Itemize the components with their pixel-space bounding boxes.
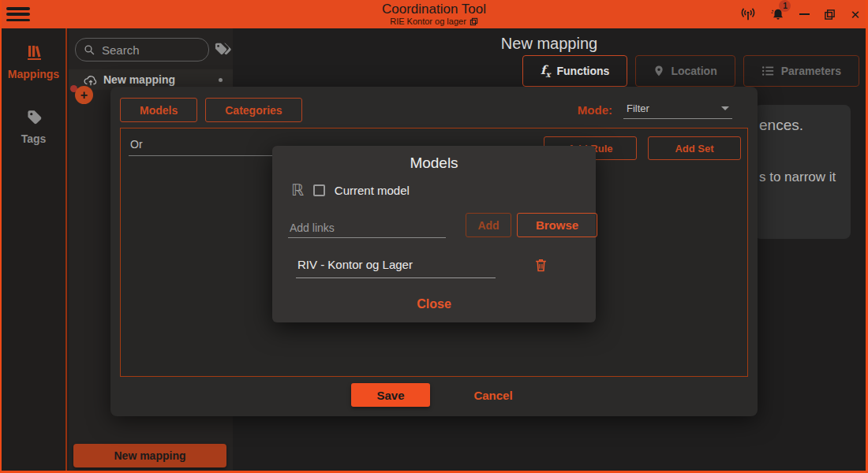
sidebar-item-label: Tags [21, 132, 47, 145]
broadcast-icon[interactable] [739, 6, 757, 23]
filter-dialog-header: Models Categories [120, 98, 302, 122]
linked-model-name: RIV - Kontor og Lager [296, 258, 496, 278]
chevron-down-icon [721, 106, 729, 110]
sidebar-item-label: Mappings [8, 68, 59, 80]
revit-icon: ℝ [291, 182, 304, 198]
search-box[interactable] [75, 38, 209, 61]
tab-parameters[interactable]: Parameters [743, 55, 859, 87]
mode-value: Filter [627, 102, 649, 114]
tab-location[interactable]: Location [635, 55, 735, 87]
notifications-bell-icon[interactable]: 1 [771, 7, 785, 22]
add-links-input[interactable] [288, 218, 446, 238]
tag-filter-icon[interactable] [213, 41, 234, 58]
help-panel: ences. s to narrow it [754, 105, 851, 239]
close-window-icon[interactable]: ✕ [850, 9, 860, 20]
mode-dropdown[interactable]: Filter [623, 101, 732, 119]
copy-icon[interactable] [470, 17, 478, 26]
window-border-left [0, 0, 2, 473]
current-model-checkbox[interactable] [313, 184, 325, 196]
cloud-upload-icon [83, 73, 99, 87]
tab-bar: fx Functions Location Parameters [522, 55, 859, 87]
mode-label: Mode: [578, 103, 612, 117]
linked-model-row: RIV - Kontor og Lager [296, 258, 574, 281]
mapping-item-label: New mapping [103, 73, 175, 86]
sidebar-item-mappings[interactable]: Mappings [2, 28, 65, 80]
search-input[interactable] [102, 43, 189, 57]
new-mapping-button[interactable]: New mapping [73, 444, 226, 467]
fx-icon: fx [541, 63, 550, 79]
add-mapping-plus-button[interactable]: + [75, 86, 93, 104]
help-text-fragment: ences. [759, 117, 803, 134]
item-menu-dot-icon[interactable] [219, 78, 223, 82]
current-model-label: Current model [335, 184, 410, 197]
sidebar: Mappings Tags [2, 28, 67, 471]
categories-button[interactable]: Categories [205, 98, 301, 122]
tab-label: Location [671, 65, 716, 77]
list-icon [761, 65, 775, 76]
tag-icon [24, 107, 44, 128]
filter-dialog-footer: Save Cancel [110, 383, 758, 407]
app-title: Coordination Tool [382, 2, 486, 17]
models-modal: Models ℝ Current model Add Browse RIV - … [272, 146, 596, 322]
add-link-button[interactable]: Add [466, 213, 511, 237]
add-set-button[interactable]: Add Set [648, 136, 741, 160]
models-button[interactable]: Models [120, 98, 197, 122]
save-button[interactable]: Save [351, 383, 430, 407]
modal-title: Models [272, 155, 596, 172]
mode-control: Mode: Filter [578, 101, 732, 119]
close-modal-button[interactable]: Close [395, 295, 473, 314]
restore-window-icon[interactable] [824, 9, 836, 20]
cancel-button[interactable]: Cancel [446, 383, 541, 407]
add-links-row: Add Browse [288, 213, 582, 238]
browse-button[interactable]: Browse [517, 213, 597, 237]
tab-label: Parameters [781, 65, 841, 77]
app-window: Coordination Tool RIE Kontor og lager [0, 0, 868, 473]
model-subtitle: RIE Kontor og lager [390, 17, 466, 26]
notification-badge: 1 [779, 0, 791, 12]
pin-icon [653, 65, 664, 78]
minimize-icon[interactable] [799, 13, 810, 16]
sidebar-item-tags[interactable]: Tags [2, 80, 65, 145]
search-icon [84, 44, 95, 56]
tab-functions[interactable]: fx Functions [522, 55, 627, 87]
page-title: New mapping [233, 35, 866, 53]
help-text-fragment: s to narrow it [759, 169, 836, 185]
current-model-row: ℝ Current model [291, 182, 410, 198]
title-bar: Coordination Tool RIE Kontor og lager [0, 0, 868, 28]
title-block: Coordination Tool RIE Kontor og lager [0, 0, 868, 28]
tab-label: Functions [556, 65, 609, 77]
delete-link-trash-icon[interactable] [534, 258, 548, 274]
books-icon [24, 44, 44, 63]
